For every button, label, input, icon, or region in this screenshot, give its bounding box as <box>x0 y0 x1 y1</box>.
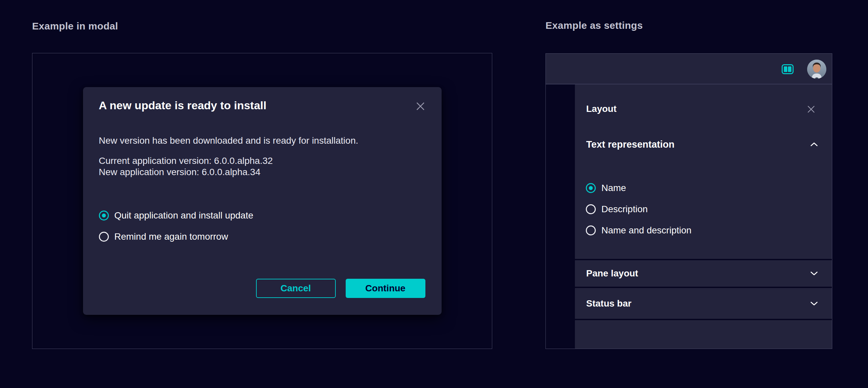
radio-unselected-icon <box>586 204 596 214</box>
drawer-main-block: Layout Text representation <box>575 84 832 259</box>
cancel-button[interactable]: Cancel <box>256 279 336 298</box>
close-icon[interactable] <box>415 101 426 112</box>
section-label: Text representation <box>586 139 675 150</box>
radio-selected-icon <box>586 183 596 193</box>
panel-title: Layout <box>586 103 617 114</box>
settings-body: Layout Text representation <box>546 84 832 349</box>
chevron-up-icon <box>810 142 818 147</box>
modal-example-title: Example in modal <box>32 21 118 32</box>
radio-label: Description <box>601 204 648 214</box>
radio-install-update[interactable]: Quit application and install update <box>99 210 253 221</box>
new-version-line: New application version: 6.0.0.alpha.34 <box>99 167 273 178</box>
radio-label: Name and description <box>601 225 691 236</box>
radio-label: Quit application and install update <box>115 210 253 221</box>
modal-title: A new update is ready to install <box>99 99 267 112</box>
radio-unselected-icon <box>586 226 596 235</box>
modal-body-text: New version has been downloaded and is r… <box>99 135 358 146</box>
settings-example-frame: Layout Text representation <box>546 53 832 349</box>
radio-selected-icon <box>99 211 109 220</box>
radio-unselected-icon <box>99 232 109 242</box>
user-avatar[interactable] <box>807 60 826 79</box>
section-label: Pane layout <box>586 268 638 279</box>
radio-description[interactable]: Description <box>586 203 648 215</box>
app-topbar <box>546 54 832 84</box>
close-icon[interactable] <box>806 104 816 114</box>
update-modal: A new update is ready to install New ver… <box>83 87 442 315</box>
section-label: Status bar <box>586 298 631 309</box>
radio-name[interactable]: Name <box>586 182 626 194</box>
radio-label: Remind me again tomorrow <box>115 231 228 242</box>
content-gutter <box>546 84 575 349</box>
current-version-line: Current application version: 6.0.0.alpha… <box>99 155 273 167</box>
continue-button[interactable]: Continue <box>346 279 425 298</box>
settings-example-title: Example as settings <box>546 20 643 31</box>
drawer-empty-block <box>575 320 832 349</box>
modal-version-info: Current application version: 6.0.0.alpha… <box>99 155 273 178</box>
radio-name-and-description[interactable]: Name and description <box>586 225 691 236</box>
split-pane-icon[interactable] <box>780 63 795 76</box>
layout-settings-drawer: Layout Text representation <box>575 84 832 349</box>
section-text-representation[interactable]: Text representation <box>575 132 832 156</box>
radio-label: Name <box>601 183 626 193</box>
section-status-bar[interactable]: Status bar <box>575 288 832 319</box>
chevron-down-icon <box>810 271 818 276</box>
section-pane-layout[interactable]: Pane layout <box>575 260 832 287</box>
modal-example-frame: A new update is ready to install New ver… <box>32 53 492 349</box>
radio-remind-tomorrow[interactable]: Remind me again tomorrow <box>99 231 228 243</box>
chevron-down-icon <box>810 301 818 306</box>
